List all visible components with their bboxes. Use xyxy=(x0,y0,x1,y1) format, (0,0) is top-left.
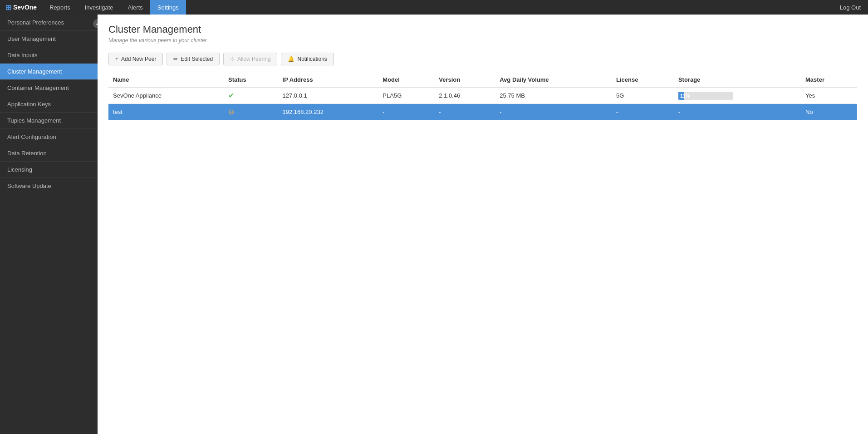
nav-tab-reports[interactable]: Reports xyxy=(42,0,78,15)
col-storage: Storage xyxy=(674,73,801,87)
main-content: Cluster Management Manage the various pe… xyxy=(98,15,868,434)
cluster-table: Name Status IP Address Model Version Avg… xyxy=(108,73,857,120)
add-new-peer-button[interactable]: + Add New Peer xyxy=(108,53,163,65)
nav-tab-alerts[interactable]: Alerts xyxy=(121,0,150,15)
cell-name: SevOne Appliance xyxy=(108,87,224,104)
cell-model: PLA5G xyxy=(378,87,434,104)
col-master: Master xyxy=(801,73,857,87)
notifications-label: Notifications xyxy=(297,56,327,62)
col-model: Model xyxy=(378,73,434,87)
cell-avg-daily-volume: 25.75 MB xyxy=(495,87,612,104)
edit-selected-label: Edit Selected xyxy=(181,56,213,62)
sidebar-item-data-inputs[interactable]: Data Inputs xyxy=(0,47,98,64)
nav-tab-settings[interactable]: Settings xyxy=(150,0,186,15)
logo-icon: ⊞ xyxy=(5,3,11,12)
col-avg-daily-volume: Avg Daily Volume xyxy=(495,73,612,87)
cell-storage: 11% xyxy=(674,87,801,104)
cell-license: 5G xyxy=(612,87,674,104)
col-status: Status xyxy=(224,73,278,87)
sidebar-item-data-retention[interactable]: Data Retention xyxy=(0,145,98,162)
cell-version: 2.1.0.46 xyxy=(434,87,495,104)
cell-license: - xyxy=(612,104,674,120)
col-version: Version xyxy=(434,73,495,87)
sidebar-item-container-management[interactable]: Container Management xyxy=(0,80,98,96)
sidebar-item-alert-configuration[interactable]: Alert Configuration xyxy=(0,129,98,145)
storage-bar: 11% xyxy=(678,92,733,100)
allow-peering-button[interactable]: ⊹ Allow Peering xyxy=(223,53,277,65)
storage-bar-label: 11% xyxy=(680,93,690,99)
main-layout: ◀ Personal Preferences User Management D… xyxy=(0,15,868,434)
cell-model: - xyxy=(378,104,434,120)
table-row[interactable]: SevOne Appliance✔127.0.0.1PLA5G2.1.0.462… xyxy=(108,87,857,104)
cell-name: test xyxy=(108,104,224,120)
sidebar-item-user-management[interactable]: User Management xyxy=(0,31,98,47)
col-license: License xyxy=(612,73,674,87)
cell-status: ✔ xyxy=(224,87,278,104)
cell-avg-daily-volume: - xyxy=(495,104,612,120)
app-logo: ⊞ SevOne xyxy=(0,0,42,15)
toolbar: + Add New Peer ✏ Edit Selected ⊹ Allow P… xyxy=(108,53,857,65)
allow-peering-label: Allow Peering xyxy=(237,56,270,62)
cell-ip-address: 127.0.0.1 xyxy=(278,87,378,104)
page-title: Cluster Management xyxy=(108,24,857,35)
page-subtitle: Manage the various peers in your cluster… xyxy=(108,37,857,44)
edit-selected-button[interactable]: ✏ Edit Selected xyxy=(167,53,220,65)
sidebar-item-cluster-management[interactable]: Cluster Management xyxy=(0,64,98,80)
col-name: Name xyxy=(108,73,224,87)
add-new-peer-label: Add New Peer xyxy=(121,56,156,62)
nav-tab-investigate[interactable]: Investigate xyxy=(78,0,121,15)
bell-icon: 🔔 xyxy=(288,56,294,62)
table-header-row: Name Status IP Address Model Version Avg… xyxy=(108,73,857,87)
notifications-button[interactable]: 🔔 Notifications xyxy=(281,53,333,65)
status-ok-icon: ✔ xyxy=(228,92,234,99)
sidebar-item-personal-preferences[interactable]: Personal Preferences xyxy=(0,15,98,31)
nav-tabs: Reports Investigate Alerts Settings xyxy=(42,0,186,15)
cell-storage: - xyxy=(674,104,801,120)
logout-button[interactable]: Log Out xyxy=(833,0,868,15)
pencil-icon: ✏ xyxy=(173,56,178,62)
cell-master: Yes xyxy=(801,87,857,104)
sidebar-item-application-keys[interactable]: Application Keys xyxy=(0,96,98,113)
col-ip-address: IP Address xyxy=(278,73,378,87)
peering-icon: ⊹ xyxy=(230,56,235,62)
cell-ip-address: 192.168.20.232 xyxy=(278,104,378,120)
table-row[interactable]: test⊖192.168.20.232-----No xyxy=(108,104,857,120)
sidebar-item-tuples-management[interactable]: Tuples Management xyxy=(0,113,98,129)
cell-version: - xyxy=(434,104,495,120)
top-nav: ⊞ SevOne Reports Investigate Alerts Sett… xyxy=(0,0,868,15)
cell-status: ⊖ xyxy=(224,104,278,120)
sidebar-item-licensing[interactable]: Licensing xyxy=(0,162,98,178)
plus-icon: + xyxy=(115,56,118,62)
sidebar: ◀ Personal Preferences User Management D… xyxy=(0,15,98,434)
sidebar-item-software-update[interactable]: Software Update xyxy=(0,178,98,194)
app-name: SevOne xyxy=(13,4,37,11)
status-warn-icon: ⊖ xyxy=(228,108,234,116)
cell-master: No xyxy=(801,104,857,120)
